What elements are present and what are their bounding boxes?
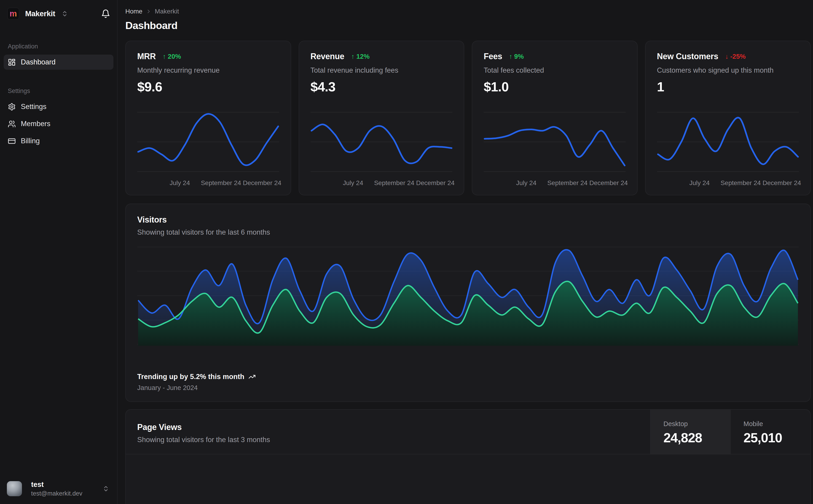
sidebar-item-billing[interactable]: Billing (4, 133, 113, 149)
sidebar-nav: Application Dashboard Settings Settings … (0, 43, 117, 151)
visitors-title: Visitors (137, 215, 799, 225)
visitors-trend-text: Trending up by 5.2% this month (137, 373, 244, 381)
sidebar-item-label: Members (21, 120, 50, 128)
sidebar-item-settings[interactable]: Settings (4, 99, 113, 114)
sparkline-axis: July 24 September 24 December 24 (484, 179, 626, 187)
axis-tick: December 24 (416, 179, 454, 187)
stat-title: Revenue (311, 52, 344, 61)
visitors-period: January - June 2024 (137, 384, 799, 392)
fees-sparkline-chart (484, 108, 626, 176)
mrr-sparkline-chart (137, 108, 279, 176)
sidebar-item-label: Billing (21, 137, 40, 145)
stat-label: Desktop (664, 420, 730, 428)
stat-card-fees: Fees ↑9% Total fees collected $1.0 July … (472, 41, 638, 195)
trend-badge: ↑9% (509, 53, 524, 60)
stat-value: $9.6 (137, 79, 279, 94)
stat-card-new-customers: New Customers ↓-25% Customers who signed… (645, 41, 811, 195)
sidebar-item-label: Dashboard (21, 58, 56, 66)
axis-tick: December 24 (763, 179, 801, 187)
stat-card-mrr: MRR ↑20% Monthly recurring revenue $9.6 … (125, 41, 291, 195)
credit-card-icon (8, 137, 16, 145)
axis-tick: September 24 (721, 179, 761, 187)
nav-section-settings: Settings (4, 88, 113, 95)
stat-value: $1.0 (484, 79, 626, 94)
sparkline-axis: July 24 September 24 December 24 (137, 179, 279, 187)
visitors-subtitle: Showing total visitors for the last 6 mo… (137, 228, 799, 236)
user-menu[interactable]: test test@makerkit.dev (0, 480, 117, 504)
chevrons-up-down-icon (61, 10, 68, 17)
trend-value: 12% (356, 53, 370, 60)
stat-subtitle: Monthly recurring revenue (137, 66, 279, 74)
chevrons-up-down-icon (102, 485, 109, 492)
page-title: Dashboard (125, 20, 811, 32)
axis-tick: September 24 (374, 179, 414, 187)
breadcrumb-current: Makerkit (155, 8, 179, 15)
stat-title: New Customers (657, 52, 718, 61)
axis-tick: July 24 (343, 179, 363, 187)
main-content: Home Makerkit Dashboard MRR ↑20% Monthly… (118, 0, 813, 504)
page-views-toggle-mobile[interactable]: Mobile 25,010 (730, 410, 810, 454)
axis-tick: July 24 (689, 179, 710, 187)
stat-value: 1 (657, 79, 799, 94)
trend-value: 20% (168, 53, 181, 60)
stat-value: 25,010 (744, 430, 810, 445)
nav-section-application: Application (4, 43, 113, 50)
trend-value: -25% (730, 53, 746, 60)
axis-tick: December 24 (243, 179, 281, 187)
breadcrumb: Home Makerkit (125, 8, 811, 15)
trend-badge: ↑20% (162, 53, 181, 60)
page-views-bar-chart (137, 454, 799, 504)
arrow-up-icon: ↑ (162, 53, 166, 60)
workspace-selector[interactable]: m Makerkit (0, 0, 117, 20)
stat-value: 24,828 (664, 430, 730, 445)
sidebar-item-label: Settings (21, 103, 46, 111)
visitors-card: Visitors Showing total visitors for the … (125, 204, 811, 402)
visitors-area-chart (137, 244, 799, 347)
users-icon (8, 120, 16, 128)
axis-tick: July 24 (516, 179, 536, 187)
gear-icon (8, 103, 16, 111)
notifications-bell-button[interactable] (101, 9, 110, 18)
avatar (7, 481, 22, 496)
stat-title: Fees (484, 52, 502, 61)
bars (137, 454, 799, 504)
page-views-title: Page Views (137, 422, 650, 432)
axis-tick: September 24 (201, 179, 241, 187)
axis-tick: July 24 (170, 179, 190, 187)
trend-value: 9% (514, 53, 524, 60)
sidebar-item-dashboard[interactable]: Dashboard (4, 55, 113, 70)
stat-cards-row: MRR ↑20% Monthly recurring revenue $9.6 … (125, 41, 811, 195)
sidebar-item-members[interactable]: Members (4, 116, 113, 131)
page-views-subtitle: Showing total visitors for the last 3 mo… (137, 436, 650, 444)
page-views-toggle-desktop[interactable]: Desktop 24,828 (650, 410, 730, 454)
logo-letter: m (10, 10, 17, 18)
page-views-card: Page Views Showing total visitors for th… (125, 409, 811, 504)
new-customers-sparkline-chart (657, 108, 799, 176)
user-name: test (31, 480, 82, 489)
sidebar: m Makerkit Application Dashboard Setting… (0, 0, 117, 504)
trend-badge: ↓-25% (725, 53, 746, 60)
arrow-up-icon: ↑ (509, 53, 512, 60)
stat-value: $4.3 (311, 79, 453, 94)
stat-subtitle: Total revenue including fees (311, 66, 453, 74)
stat-title: MRR (137, 52, 156, 61)
axis-tick: September 24 (547, 179, 587, 187)
breadcrumb-home-link[interactable]: Home (125, 8, 142, 15)
user-email: test@makerkit.dev (31, 490, 82, 497)
trending-up-icon (248, 373, 256, 380)
chevron-right-icon (146, 8, 151, 14)
stat-card-revenue: Revenue ↑12% Total revenue including fee… (299, 41, 464, 195)
layout-dashboard-icon (8, 58, 16, 66)
bell-icon (101, 9, 110, 18)
stat-label: Mobile (744, 420, 810, 428)
sparkline-axis: July 24 September 24 December 24 (311, 179, 453, 187)
sparkline-axis: July 24 September 24 December 24 (657, 179, 799, 187)
makerkit-logo: m (7, 8, 19, 20)
trend-badge: ↑12% (351, 53, 370, 60)
stat-subtitle: Customers who signed up this month (657, 66, 799, 74)
axis-tick: December 24 (589, 179, 628, 187)
workspace-name: Makerkit (25, 9, 55, 18)
stat-subtitle: Total fees collected (484, 66, 626, 74)
arrow-up-icon: ↑ (351, 53, 355, 60)
arrow-down-icon: ↓ (725, 53, 729, 60)
